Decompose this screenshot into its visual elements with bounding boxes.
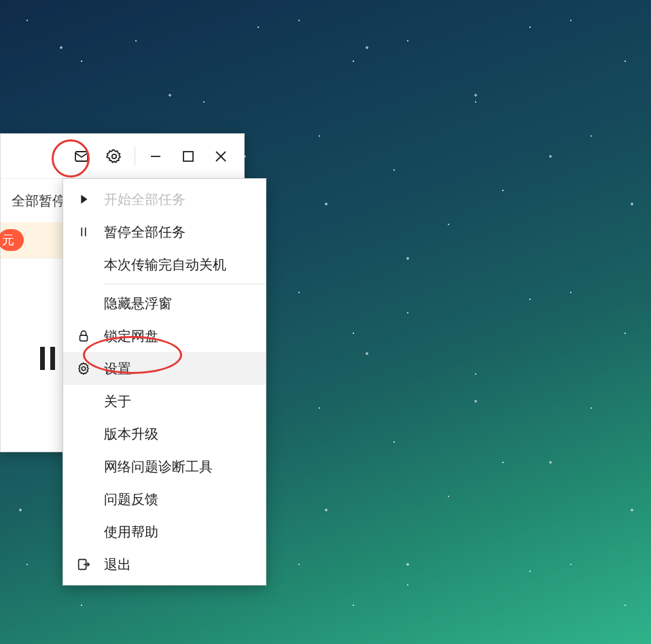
svg-rect-3 xyxy=(183,152,193,161)
menu-label: 关于 xyxy=(104,392,131,411)
pause-all-label-partial[interactable]: 全部暂停 xyxy=(12,192,66,210)
menu-about[interactable]: 关于 xyxy=(63,385,266,418)
menu-upgrade[interactable]: 版本升级 xyxy=(63,418,266,450)
menu-label: 问题反馈 xyxy=(104,490,158,509)
menu-label: 暂停全部任务 xyxy=(104,223,186,241)
menu-help[interactable]: 使用帮助 xyxy=(63,515,266,548)
close-button[interactable] xyxy=(206,141,236,171)
exit-icon xyxy=(63,557,104,572)
gear-icon[interactable] xyxy=(99,141,129,171)
gear-icon xyxy=(63,361,104,376)
menu-auto-shutdown[interactable]: 本次传输完自动关机 xyxy=(63,248,266,281)
pause-icon xyxy=(63,224,104,239)
menu-start-all: 开始全部任务 xyxy=(63,183,266,216)
svg-marker-6 xyxy=(81,195,87,204)
minimize-button[interactable] xyxy=(141,141,171,171)
svg-point-10 xyxy=(82,367,86,371)
menu-net-diag[interactable]: 网络问题诊断工具 xyxy=(63,450,266,483)
window-titlebar xyxy=(1,134,244,179)
menu-label: 网络问题诊断工具 xyxy=(104,458,213,476)
menu-label: 隐藏悬浮窗 xyxy=(104,294,172,313)
svg-rect-9 xyxy=(80,335,88,341)
titlebar-separator xyxy=(135,147,135,166)
menu-settings[interactable]: 设置 xyxy=(63,352,266,385)
menu-separator xyxy=(104,284,266,284)
menu-exit[interactable]: 退出 xyxy=(63,548,266,581)
svg-point-1 xyxy=(112,154,116,158)
menu-label: 退出 xyxy=(104,556,131,574)
menu-label: 锁定网盘 xyxy=(104,327,158,345)
menu-pause-all[interactable]: 暂停全部任务 xyxy=(63,216,266,248)
menu-lock-disk[interactable]: 锁定网盘 xyxy=(63,320,266,352)
promo-badge[interactable]: 元 xyxy=(0,229,24,251)
menu-label: 开始全部任务 xyxy=(104,190,186,209)
pause-icon[interactable] xyxy=(40,347,55,370)
menu-label: 版本升级 xyxy=(104,425,158,443)
settings-dropdown-menu: 开始全部任务 暂停全部任务 本次传输完自动关机 隐藏悬浮窗 锁定网盘 设置 关于… xyxy=(63,178,266,586)
mail-icon[interactable] xyxy=(67,141,96,171)
menu-feedback[interactable]: 问题反馈 xyxy=(63,483,266,515)
lock-icon xyxy=(63,328,104,343)
menu-label: 设置 xyxy=(104,360,131,378)
menu-label: 使用帮助 xyxy=(104,523,158,541)
maximize-button[interactable] xyxy=(173,141,203,171)
menu-hide-float[interactable]: 隐藏悬浮窗 xyxy=(63,287,266,320)
menu-label: 本次传输完自动关机 xyxy=(104,256,226,274)
play-icon xyxy=(63,192,104,207)
